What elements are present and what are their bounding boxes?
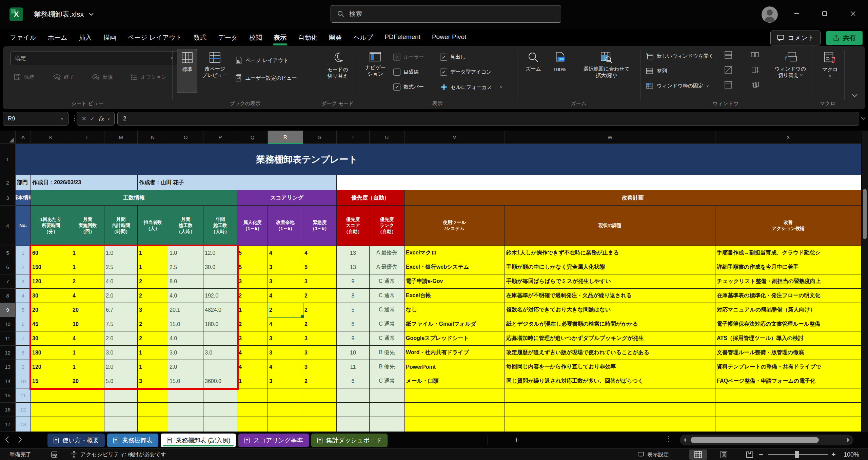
cell[interactable]: 手順が頭の中にしかなく完全属人化状態 [505,260,715,274]
cell[interactable] [268,388,303,403]
section-scoring[interactable]: スコアリング [237,190,337,206]
cell[interactable]: 4 [16,289,31,303]
close-button[interactable] [841,3,865,24]
cell[interactable]: 毎回同じ内容を一から作り直しており非効率 [505,360,715,374]
accessibility-status[interactable]: アクセシビリティ: 検討が必要です [71,449,166,460]
cell[interactable]: 3 [237,274,268,289]
cell[interactable] [237,417,268,432]
add-sheet-button[interactable]: + [509,433,524,447]
column-title[interactable]: 緊急度 （1～5） [303,206,337,246]
cell[interactable]: 紙ファイル・Gmailフォルダ [405,317,505,331]
cancel-entry-icon[interactable]: ✕ [81,115,86,122]
row-header-3[interactable]: 3 [0,190,16,206]
cell[interactable]: 120 [31,360,71,374]
share-button[interactable]: 共有 [826,31,863,45]
horizontal-scrollbar[interactable] [680,435,853,445]
cell[interactable]: 20 [71,303,104,317]
arrange-all-button[interactable]: 整列 [646,67,667,75]
cell[interactable]: 8 [16,346,31,360]
cell[interactable]: ATS（採用管理ツール）導入の検討 [715,331,861,346]
macros-button[interactable]: マクロ˅ [815,49,845,93]
cell[interactable]: 7 [16,331,31,346]
cell[interactable]: C 通常 [370,289,405,303]
zoom-out-button[interactable]: − [759,449,763,460]
cell[interactable] [505,403,715,417]
new-sheet-view-button[interactable]: 新規 [92,73,113,81]
cell[interactable]: 5 [237,246,268,260]
sheet-tab-業務棚卸表[interactable]: 業務棚卸表 [107,434,158,447]
cell[interactable]: 在庫基準表の標準化・発注フローの明文化 [715,289,861,303]
cell[interactable]: 2 [303,317,337,331]
cell[interactable]: 11 [16,388,31,403]
cell[interactable] [303,388,337,403]
column-title[interactable]: 優先度 スコア （自動） [337,206,370,246]
cell[interactable] [203,331,237,346]
vertical-scrollbar-thumb[interactable] [863,189,867,239]
cell[interactable]: 紙とデジタルが混在し必要書類の検索に時間がかかる [505,317,715,331]
cell[interactable]: 30 [31,331,71,346]
cell[interactable] [71,403,104,417]
cell[interactable]: 3.0 [203,346,237,360]
zoom-button[interactable]: ズーム [521,49,545,93]
cell[interactable]: 2 [138,331,168,346]
section-base-info[interactable]: 基本情報 [16,190,31,206]
cell[interactable]: 1 [138,246,168,260]
cell[interactable]: 改定履歴が追えず古い版が現場で使われていることがある [505,346,715,360]
sheet-view-dropdown[interactable]: 既定 ˅ [10,52,178,65]
column-title[interactable]: 月間 実施回数 （回） [71,206,104,246]
cell[interactable]: 1 [237,303,268,317]
row-header-8[interactable]: 8 [0,289,16,303]
cell[interactable]: 3 [237,331,268,346]
cell[interactable]: 4 [303,246,337,260]
enter-entry-icon[interactable]: ✓ [90,115,95,122]
scroll-left-icon[interactable] [683,437,687,444]
cell[interactable]: 3600.0 [203,374,237,388]
cell[interactable]: 手順が毎回ばらばらでミスが発生しやすい [505,274,715,289]
column-title[interactable]: 現状の課題 [505,206,715,246]
cell[interactable]: 同じ質問が繰り返され対応工数が多い、回答がばらつく [505,374,715,388]
cell[interactable]: 応募増加時に管理が追いつかずダブルブッキングが発生 [505,331,715,346]
row-header-12[interactable]: 12 [0,346,16,360]
avatar[interactable] [762,6,778,23]
zoom-slider-thumb[interactable] [795,451,799,458]
hide-window-button[interactable] [724,66,732,74]
page-layout-view-button[interactable] [715,449,733,460]
cell[interactable]: 13 [16,417,31,432]
cell[interactable]: なし [405,303,505,317]
cell[interactable]: 12.0 [203,246,237,260]
cell[interactable] [237,388,268,403]
cell[interactable]: 2.0 [104,360,138,374]
cell[interactable]: 4.0 [168,331,203,346]
cell[interactable]: 1.0 [168,246,203,260]
zoom-100-button[interactable]: 100 100% [547,49,572,93]
data-type-icons-checkbox[interactable]: ✓ データ型アイコン [440,69,492,76]
cell[interactable]: 2 [237,289,268,303]
cell[interactable]: 4 [268,246,303,260]
cell[interactable]: 13 [337,260,370,274]
column-header-M[interactable]: M [104,131,138,144]
cell[interactable]: Excel・銀行webシステム [405,260,505,274]
cell[interactable]: 4 [268,289,303,303]
cell[interactable] [337,403,370,417]
cell[interactable] [168,417,203,432]
column-title[interactable]: 担当者数 （人） [138,206,168,246]
cell[interactable]: 4.0 [104,274,138,289]
cell[interactable]: 電子帳簿保存法対応の文書管理ルール整備 [715,317,861,331]
horizontal-scrollbar-thumb[interactable] [691,437,819,443]
cell[interactable]: 在庫基準が不明確で過剰発注・欠品が繰り返される [505,289,715,303]
cell[interactable]: 3 [303,274,337,289]
selected-cell-R9[interactable] [268,303,303,318]
cell[interactable]: 5 [16,303,31,317]
column-title[interactable]: 改善余地 （1～5） [268,206,303,246]
menu-tab-校閲[interactable]: 校閲 [243,29,268,46]
cell[interactable]: 30 [31,289,71,303]
sheet-tab-集計ダッシュボード[interactable]: 集計ダッシュボード [311,434,388,447]
cell[interactable]: 2 [16,260,31,274]
cell[interactable]: C 通常 [370,274,405,289]
custom-views-ribbon-button[interactable]: ユーザー設定のビュー [235,74,297,82]
menu-tab-ファイル[interactable]: ファイル [4,29,42,46]
unhide-window-button[interactable] [724,81,732,89]
dark-mode-toggle-button[interactable]: モードの 切り替え [320,49,356,93]
cell[interactable]: 3 [268,331,303,346]
cell[interactable] [31,403,71,417]
